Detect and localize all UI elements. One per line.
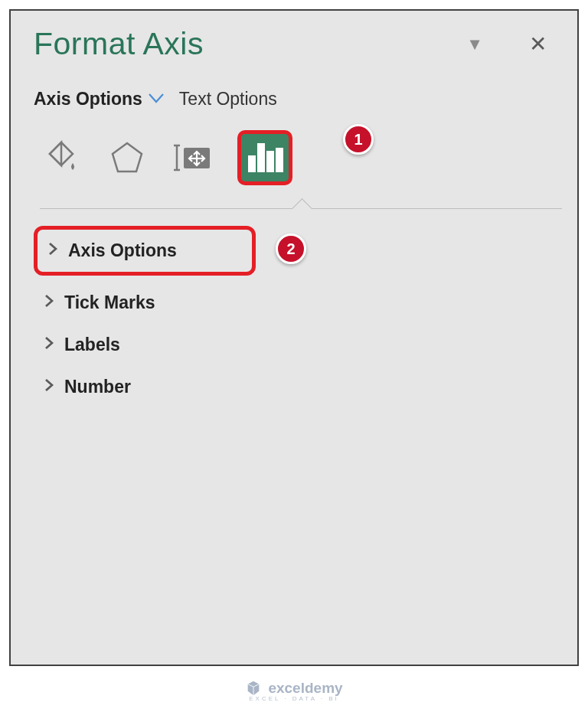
section-tick-marks-label: Tick Marks bbox=[64, 292, 155, 313]
section-number[interactable]: Number bbox=[34, 366, 562, 408]
annotation-callout-1: 1 bbox=[343, 124, 374, 155]
format-axis-pane: Format Axis ▼ ✕ Axis Options Text Option… bbox=[9, 9, 579, 666]
callout-1-number: 1 bbox=[354, 131, 362, 149]
close-button[interactable]: ✕ bbox=[529, 31, 547, 57]
chevron-right-icon bbox=[48, 242, 57, 260]
section-labels[interactable]: Labels bbox=[34, 324, 562, 366]
chevron-right-icon bbox=[44, 378, 54, 396]
chevron-right-icon bbox=[44, 294, 54, 312]
options-tabs: Axis Options Text Options bbox=[34, 89, 562, 109]
svg-rect-8 bbox=[257, 143, 265, 172]
category-icon-row: 1 bbox=[40, 130, 562, 185]
section-axis-options-label: Axis Options bbox=[68, 240, 177, 261]
effects-icon[interactable] bbox=[106, 136, 149, 179]
watermark-logo-icon bbox=[245, 680, 262, 697]
section-axis-options[interactable]: Axis Options bbox=[34, 226, 256, 276]
pane-header: Format Axis ▼ ✕ bbox=[34, 26, 562, 62]
section-labels-label: Labels bbox=[64, 335, 120, 355]
watermark: exceldemy bbox=[9, 680, 579, 697]
callout-2-number: 2 bbox=[286, 240, 295, 258]
svg-rect-7 bbox=[248, 155, 256, 172]
header-controls: ▼ ✕ bbox=[466, 31, 547, 57]
tab-text-options-label: Text Options bbox=[179, 89, 277, 109]
tab-axis-options-label: Axis Options bbox=[34, 89, 142, 109]
chevron-right-icon bbox=[44, 336, 54, 354]
svg-marker-0 bbox=[113, 143, 142, 171]
svg-rect-9 bbox=[266, 151, 274, 172]
chevron-down-icon bbox=[149, 91, 164, 107]
fill-and-line-icon[interactable] bbox=[40, 136, 83, 179]
tab-text-options[interactable]: Text Options bbox=[179, 89, 277, 109]
collapsible-sections: Axis Options 2 Tick Marks Labels Number bbox=[34, 226, 562, 408]
task-pane-options-dropdown[interactable]: ▼ bbox=[466, 34, 483, 54]
pane-title: Format Axis bbox=[34, 26, 204, 62]
tab-axis-options[interactable]: Axis Options bbox=[34, 89, 164, 109]
section-number-label: Number bbox=[64, 377, 131, 397]
section-divider bbox=[40, 208, 562, 209]
axis-options-icon[interactable] bbox=[237, 130, 292, 185]
section-tick-marks[interactable]: Tick Marks bbox=[34, 282, 562, 324]
annotation-callout-2: 2 bbox=[276, 234, 306, 264]
watermark-brand: exceldemy bbox=[268, 680, 342, 697]
size-and-properties-icon[interactable] bbox=[172, 136, 214, 179]
svg-rect-10 bbox=[276, 148, 283, 172]
watermark-tagline: EXCEL · DATA · BI bbox=[9, 695, 579, 702]
